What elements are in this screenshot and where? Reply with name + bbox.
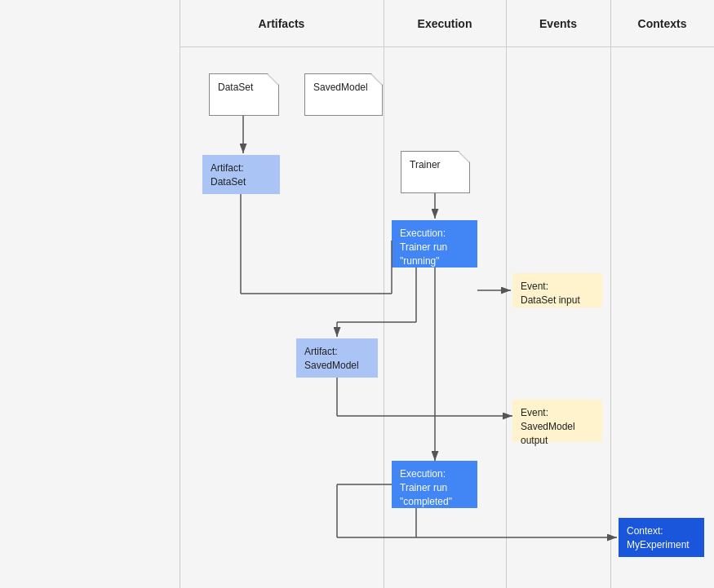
- artifact-savedmodel-node: Artifact:SavedModel: [296, 338, 378, 378]
- artifact-dataset-label: Artifact:DataSet: [211, 162, 246, 188]
- execution-running-node: Execution:Trainer run"running": [392, 220, 477, 267]
- divider-left: [180, 0, 180, 588]
- divider-execution-events: [506, 0, 507, 588]
- event-input-node: Event:DataSet input: [512, 273, 602, 307]
- context-myexp-label: Context:MyExperiment: [627, 525, 690, 550]
- diagram-container: Artifacts Execution Events Contexts Data…: [0, 0, 714, 588]
- artifact-dataset-node: Artifact:DataSet: [202, 155, 280, 194]
- column-headers: Artifacts Execution Events Contexts: [180, 0, 714, 47]
- savedmodel-type-node: SavedModel: [304, 73, 383, 116]
- execution-completed-node: Execution:Trainer run"completed": [392, 461, 477, 508]
- trainer-type-node: Trainer: [401, 151, 470, 193]
- col-events: Events: [506, 0, 610, 46]
- savedmodel-type-label: SavedModel: [313, 82, 368, 93]
- trainer-type-label: Trainer: [410, 159, 441, 170]
- col-contexts: Contexts: [610, 0, 714, 46]
- divider-events-contexts: [610, 0, 611, 588]
- dataset-type-node: DataSet: [209, 73, 279, 116]
- divider-artifacts-execution: [384, 0, 384, 588]
- execution-running-label: Execution:Trainer run"running": [400, 228, 447, 267]
- event-output-node: Event:SavedModeloutput: [512, 400, 602, 442]
- artifact-savedmodel-label: Artifact:SavedModel: [304, 346, 359, 371]
- col-execution: Execution: [384, 0, 506, 46]
- execution-completed-label: Execution:Trainer run"completed": [400, 468, 452, 507]
- context-myexp-node: Context:MyExperiment: [619, 518, 704, 557]
- dataset-type-label: DataSet: [218, 82, 253, 93]
- event-input-label: Event:DataSet input: [521, 281, 580, 306]
- event-output-label: Event:SavedModeloutput: [521, 407, 575, 446]
- col-artifacts: Artifacts: [180, 0, 384, 46]
